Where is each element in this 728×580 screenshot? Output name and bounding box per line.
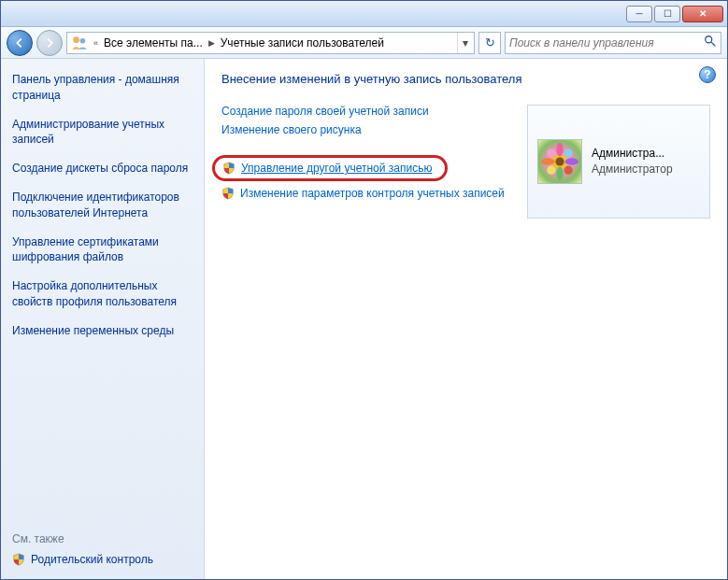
- breadcrumb-item-accounts[interactable]: Учетные записи пользователей: [219, 36, 386, 50]
- link-change-picture[interactable]: Изменение своего рисунка: [221, 123, 508, 136]
- sidebar-task-online-ids[interactable]: Подключение идентификаторов пользователе…: [12, 190, 193, 221]
- titlebar: ─ ☐ ✕: [1, 1, 727, 27]
- maximize-button[interactable]: ☐: [654, 6, 680, 22]
- seealso-parental-control[interactable]: Родительский контроль: [12, 553, 193, 566]
- svg-point-13: [555, 157, 564, 165]
- breadcrumb-item-all[interactable]: Все элементы па...: [102, 36, 205, 50]
- link-create-password[interactable]: Создание пароля своей учетной записи: [221, 105, 508, 118]
- sidebar-home-link[interactable]: Панель управления - домашняя страница: [12, 72, 193, 104]
- svg-point-2: [706, 35, 712, 42]
- breadcrumb-chevron-icon[interactable]: ▶: [205, 38, 219, 48]
- sidebar-tasks: Администрирование учетных записей Создан…: [12, 117, 193, 339]
- svg-point-5: [556, 143, 563, 157]
- window-body: Панель управления - домашняя страница Ад…: [1, 59, 727, 579]
- svg-point-6: [556, 167, 563, 181]
- svg-point-7: [541, 158, 555, 164]
- back-button[interactable]: [7, 30, 33, 56]
- main-content: ? Внесение изменений в учетную запись по…: [205, 59, 727, 579]
- forward-button[interactable]: [36, 30, 63, 56]
- refresh-button[interactable]: ↻: [478, 32, 501, 54]
- breadcrumb[interactable]: « Все элементы па... ▶ Учетные записи по…: [66, 32, 475, 54]
- seealso-label: См. также: [12, 532, 193, 545]
- svg-point-1: [80, 37, 86, 43]
- help-button[interactable]: ?: [699, 66, 716, 83]
- user-info: Администра... Администратор: [592, 146, 673, 177]
- breadcrumb-sep: «: [90, 38, 102, 48]
- help-icon: ?: [704, 68, 710, 81]
- minimize-button[interactable]: ─: [626, 6, 652, 22]
- shield-icon: [221, 187, 235, 200]
- search-box[interactable]: [505, 32, 721, 54]
- svg-point-0: [73, 36, 79, 43]
- search-input[interactable]: [509, 36, 704, 50]
- action-links: Создание пароля своей учетной записи Изм…: [221, 105, 508, 219]
- sidebar-task-env-vars[interactable]: Изменение переменных среды: [12, 323, 193, 339]
- highlight-annotation: Управление другой учетной записью: [212, 155, 448, 181]
- svg-line-3: [711, 41, 715, 45]
- navbar: « Все элементы па... ▶ Учетные записи по…: [1, 27, 727, 59]
- breadcrumb-dropdown[interactable]: ▾: [457, 33, 472, 53]
- page-title: Внесение изменений в учетную запись поль…: [221, 72, 710, 86]
- link-manage-other-account[interactable]: Управление другой учетной записью: [222, 162, 432, 175]
- sidebar-task-admin-accounts[interactable]: Администрирование учетных записей: [12, 117, 193, 149]
- avatar: [537, 139, 582, 184]
- sidebar-task-certificates[interactable]: Управление сертификатами шифрования файл…: [12, 234, 193, 266]
- arrow-left-icon: [13, 36, 26, 50]
- refresh-icon: ↻: [485, 35, 495, 50]
- sidebar: Панель управления - домашняя страница Ад…: [1, 59, 205, 579]
- control-panel-window: ─ ☐ ✕ « Все элементы па... ▶ Учетные зап…: [0, 0, 728, 580]
- seealso-item-label: Родительский контроль: [31, 553, 153, 566]
- user-accounts-icon: [71, 35, 88, 51]
- user-name: Администра...: [592, 146, 673, 162]
- close-button[interactable]: ✕: [682, 6, 723, 22]
- user-card[interactable]: Администра... Администратор: [527, 105, 710, 219]
- link-change-uac[interactable]: Изменение параметров контроля учетных за…: [221, 187, 508, 200]
- sidebar-task-profile-props[interactable]: Настройка дополнительных свойств профиля…: [12, 278, 193, 310]
- user-role: Администратор: [592, 162, 673, 177]
- sidebar-task-reset-disk[interactable]: Создание дискеты сброса пароля: [12, 161, 193, 177]
- shield-icon: [12, 553, 25, 566]
- search-icon[interactable]: [704, 35, 717, 51]
- arrow-right-icon: [43, 36, 56, 50]
- svg-point-8: [565, 158, 579, 164]
- shield-icon: [222, 162, 236, 175]
